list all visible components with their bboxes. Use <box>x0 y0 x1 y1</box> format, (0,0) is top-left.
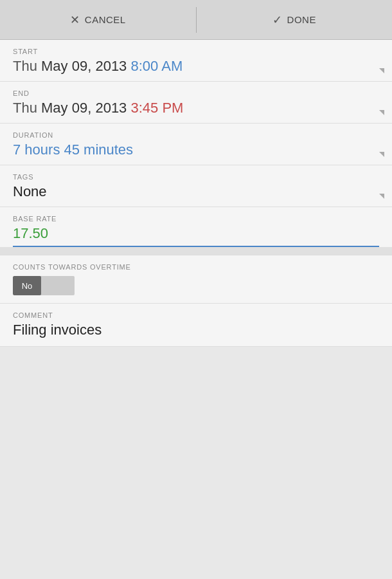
form-content: START Thu May 09, 2013 8:00 AM END Thu M… <box>0 40 392 347</box>
done-button[interactable]: ✓ DONE <box>197 0 393 39</box>
base-rate-input[interactable] <box>13 225 379 242</box>
duration-value: 7 hours 45 minutes <box>13 142 379 158</box>
duration-field[interactable]: DURATION 7 hours 45 minutes <box>0 124 392 165</box>
end-value: Thu May 09, 2013 3:45 PM <box>13 100 379 116</box>
base-rate-field[interactable]: BASE RATE <box>0 207 392 247</box>
start-field[interactable]: START Thu May 09, 2013 8:00 AM <box>0 40 392 82</box>
start-label: START <box>13 48 379 55</box>
start-time: 8:00 AM <box>130 58 183 74</box>
end-label: END <box>13 89 379 97</box>
start-day: Thu <box>13 58 37 74</box>
end-time: 3:45 PM <box>130 100 183 116</box>
comment-label: COMMENT <box>13 311 379 319</box>
duration-text: 7 hours 45 minutes <box>13 142 133 158</box>
start-value: Thu May 09, 2013 8:00 AM <box>13 58 379 75</box>
counts-overtime-label: COUNTS TOWARDS OVERTIME <box>13 263 379 271</box>
toggle-thumb: No <box>13 276 41 295</box>
end-day: Thu <box>13 100 37 116</box>
comment-section: COMMENT Filing invoices <box>0 304 392 347</box>
cancel-icon: ✕ <box>70 13 80 27</box>
toggle-track[interactable]: No <box>13 276 75 295</box>
overtime-toggle[interactable]: No <box>13 276 77 295</box>
end-field[interactable]: END Thu May 09, 2013 3:45 PM <box>0 82 392 124</box>
start-date: May 09, 2013 <box>41 58 127 74</box>
toggle-thumb-label: No <box>22 281 33 291</box>
done-icon: ✓ <box>272 13 282 27</box>
end-date: May 09, 2013 <box>41 100 127 116</box>
duration-label: DURATION <box>13 131 379 139</box>
done-label: DONE <box>287 14 316 25</box>
tags-field[interactable]: TAGS None <box>0 165 392 207</box>
section-gap-1 <box>0 247 392 255</box>
comment-value: Filing invoices <box>13 322 379 338</box>
cancel-button[interactable]: ✕ CANCEL <box>0 0 196 39</box>
cancel-label: CANCEL <box>85 14 126 25</box>
tags-label: TAGS <box>13 173 379 181</box>
base-rate-input-wrapper <box>13 225 379 247</box>
base-rate-label: BASE RATE <box>13 215 379 223</box>
counts-overtime-section: COUNTS TOWARDS OVERTIME No <box>0 255 392 304</box>
header: ✕ CANCEL ✓ DONE <box>0 0 392 40</box>
tags-value: None <box>13 183 379 200</box>
